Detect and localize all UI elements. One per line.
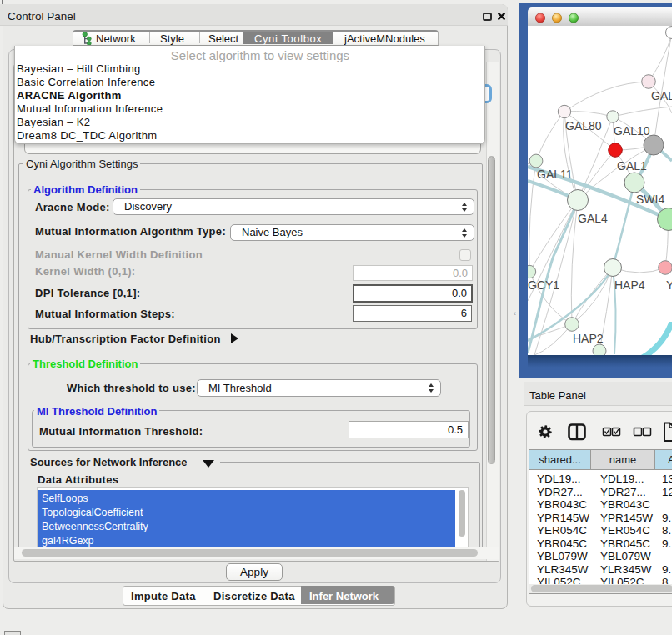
svg-text:GAL80: GAL80 [565,119,602,132]
svg-text:GAL11: GAL11 [537,168,573,181]
svg-text:HAP2: HAP2 [573,332,604,345]
svg-text:GAL1: GAL1 [617,159,647,172]
svg-text:GAL7: GAL7 [651,89,672,102]
svg-text:GCY1: GCY1 [528,278,559,292]
svg-text:SWI4: SWI4 [636,192,664,206]
svg-text:GAL4: GAL4 [578,212,608,225]
svg-text:Y: Y [666,278,672,292]
svg-text:GAL10: GAL10 [614,124,650,138]
svg-text:HAP4: HAP4 [614,278,645,292]
